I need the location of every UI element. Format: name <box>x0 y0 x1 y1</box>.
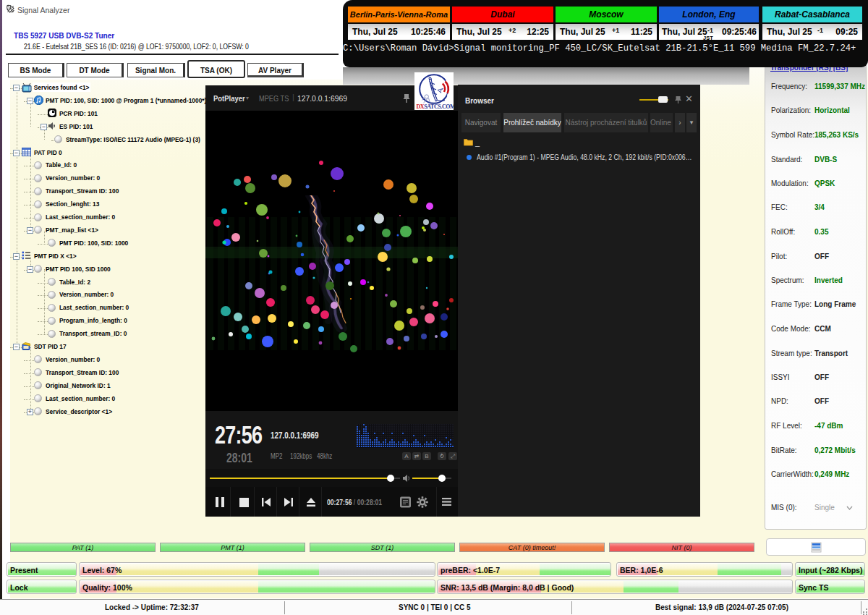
svg-text:DXSATCS.COM: DXSATCS.COM <box>417 103 454 110</box>
